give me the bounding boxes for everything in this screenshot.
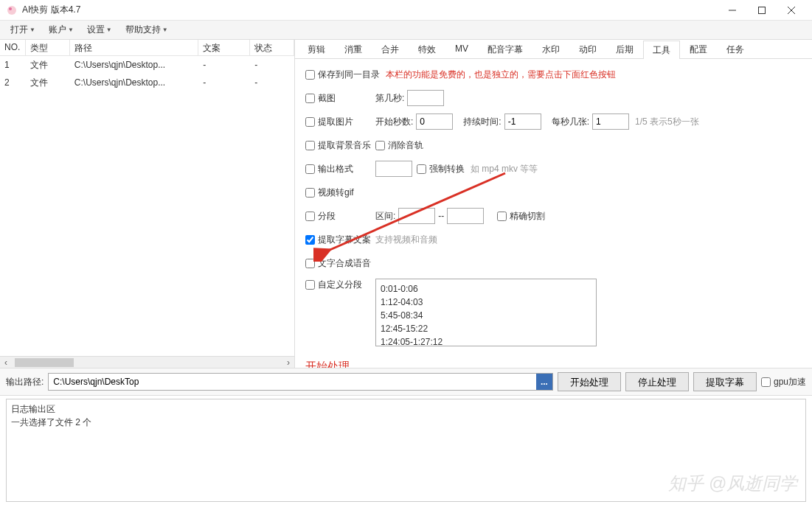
segment-to-input[interactable] xyxy=(447,208,484,224)
free-hint: 本栏的功能是免费的，也是独立的，需要点击下面红色按钮 xyxy=(386,69,616,81)
extract-subtitle-checkbox[interactable]: 提取字幕文案 xyxy=(305,234,375,246)
minimize-button[interactable] xyxy=(718,0,747,21)
output-row: 输出路径: ... 开始处理 停止处理 提取字幕 gpu加速 xyxy=(0,368,812,396)
screenshot-checkbox[interactable]: 截图 xyxy=(305,92,375,105)
th-type[interactable]: 类型 xyxy=(26,40,70,55)
tab-motion[interactable]: 动印 xyxy=(569,40,606,58)
main-area: NO. 类型 路径 文案 状态 1 文件 C:\Users\qjn\Deskto… xyxy=(0,40,812,368)
screenshot-sec-input[interactable] xyxy=(407,90,444,106)
close-button[interactable] xyxy=(777,0,806,21)
maximize-button[interactable] xyxy=(747,0,777,21)
start-process-link[interactable]: 开始处理 xyxy=(305,360,350,368)
app-icon xyxy=(6,4,18,16)
subtitle-hint: 支持视频和音频 xyxy=(375,234,437,246)
tab-tools[interactable]: 工具 xyxy=(643,41,680,59)
table-row[interactable]: 2 文件 C:\Users\qjn\Desktop... - - xyxy=(0,74,294,91)
tts-checkbox[interactable]: 文字合成语音 xyxy=(305,257,375,270)
menu-open[interactable]: 打开▼ xyxy=(4,21,41,38)
extract-start-input[interactable] xyxy=(416,113,453,130)
tab-watermark[interactable]: 水印 xyxy=(532,40,569,58)
menu-account[interactable]: 账户▼ xyxy=(43,21,80,38)
segment-checkbox[interactable]: 分段 xyxy=(305,210,375,223)
tool-panel: 保存到同一目录 本栏的功能是免费的，也是独立的，需要点击下面红色按钮 截图 第几… xyxy=(295,59,812,368)
tab-effect[interactable]: 特效 xyxy=(409,40,445,58)
segment-from-input[interactable] xyxy=(398,208,435,224)
menubar: 打开▼ 账户▼ 设置▼ 帮助支持▼ xyxy=(0,21,812,40)
scroll-right-icon[interactable]: › xyxy=(282,357,294,368)
tab-tasks[interactable]: 任务 xyxy=(717,40,754,58)
save-same-dir-checkbox[interactable]: 保存到同一目录 xyxy=(305,69,380,81)
log-line: 日志输出区 xyxy=(11,402,801,416)
tab-merge[interactable]: 合并 xyxy=(372,40,409,58)
tab-dedup[interactable]: 消重 xyxy=(335,40,372,58)
right-panel: 剪辑 消重 合并 特效 MV 配音字幕 水印 动印 后期 工具 配置 任务 保存… xyxy=(295,40,812,368)
th-status[interactable]: 状态 xyxy=(250,40,294,55)
custom-seg-checkbox[interactable]: 自定义分段 xyxy=(305,279,375,291)
remove-audio-checkbox[interactable]: 消除音轨 xyxy=(375,139,445,152)
start-button[interactable]: 开始处理 xyxy=(558,372,621,391)
table-header: NO. 类型 路径 文案 状态 xyxy=(0,40,294,56)
extract-bgm-checkbox[interactable]: 提取背景音乐 xyxy=(305,139,375,152)
file-table: NO. 类型 路径 文案 状态 1 文件 C:\Users\qjn\Deskto… xyxy=(0,40,295,368)
force-convert-checkbox[interactable]: 强制转换 xyxy=(417,163,465,175)
th-text[interactable]: 文案 xyxy=(198,40,250,55)
tab-config[interactable]: 配置 xyxy=(680,40,717,58)
menu-settings[interactable]: 设置▼ xyxy=(81,21,118,38)
gpu-accel-checkbox[interactable]: gpu加速 xyxy=(761,376,806,388)
fmt-hint: 如 mp4 mkv 等等 xyxy=(471,163,538,175)
extract-fps-input[interactable] xyxy=(592,113,629,130)
precise-cut-checkbox[interactable]: 精确切割 xyxy=(497,210,545,223)
scroll-thumb[interactable] xyxy=(15,358,74,367)
to-gif-checkbox[interactable]: 视频转gif xyxy=(305,186,375,199)
menu-help[interactable]: 帮助支持▼ xyxy=(119,21,174,38)
window-title: AI快剪 版本4.7 xyxy=(22,4,718,16)
log-line: 一共选择了文件 2 个 xyxy=(11,416,801,429)
output-fmt-checkbox[interactable]: 输出格式 xyxy=(305,163,375,175)
tabs: 剪辑 消重 合并 特效 MV 配音字幕 水印 动印 后期 工具 配置 任务 xyxy=(295,40,812,59)
fps-hint: 1/5 表示5秒一张 xyxy=(635,116,699,128)
svg-point-1 xyxy=(9,7,12,10)
scroll-left-icon[interactable]: ‹ xyxy=(0,357,12,368)
horizontal-scrollbar[interactable]: ‹ › xyxy=(0,356,294,368)
svg-point-0 xyxy=(7,6,16,15)
output-path-label: 输出路径: xyxy=(6,376,44,388)
svg-rect-3 xyxy=(759,7,766,13)
table-row[interactable]: 1 文件 C:\Users\qjn\Desktop... - - xyxy=(0,56,294,74)
stop-button[interactable]: 停止处理 xyxy=(625,372,689,391)
extract-img-checkbox[interactable]: 提取图片 xyxy=(305,116,375,128)
custom-seg-textarea[interactable]: 0:01-0:06 1:12-04:03 5:45-08:34 12:45-15… xyxy=(375,279,597,346)
titlebar: AI快剪 版本4.7 xyxy=(0,0,812,21)
extract-dur-input[interactable] xyxy=(504,113,541,130)
browse-button[interactable]: ... xyxy=(536,374,552,390)
tab-dub[interactable]: 配音字幕 xyxy=(478,40,532,58)
tab-post[interactable]: 后期 xyxy=(606,40,643,58)
th-path[interactable]: 路径 xyxy=(70,40,199,55)
tab-clip[interactable]: 剪辑 xyxy=(298,40,335,58)
extract-subtitle-button[interactable]: 提取字幕 xyxy=(693,372,757,391)
output-fmt-input[interactable] xyxy=(375,161,412,177)
output-path-input[interactable] xyxy=(49,377,536,387)
th-no[interactable]: NO. xyxy=(0,40,26,55)
tab-mv[interactable]: MV xyxy=(445,40,478,58)
log-area[interactable]: 日志输出区 一共选择了文件 2 个 xyxy=(6,399,806,502)
